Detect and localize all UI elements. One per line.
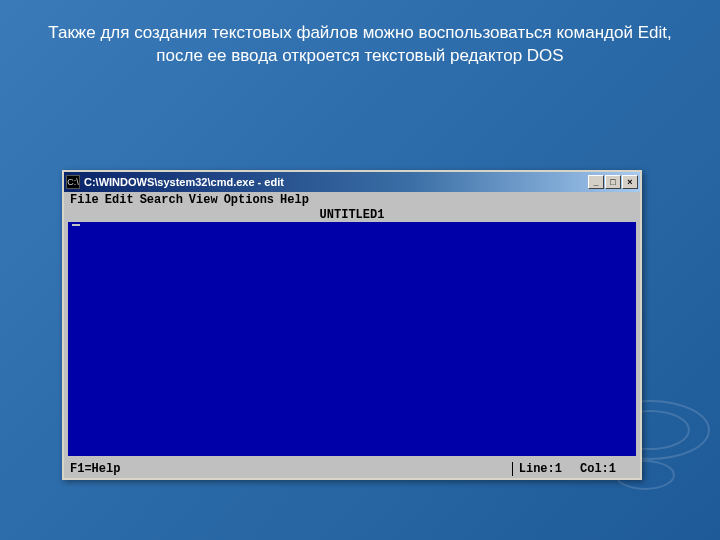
maximize-button[interactable]: □ [605, 175, 621, 189]
menu-edit[interactable]: Edit [105, 193, 134, 207]
system-menu-icon[interactable]: C:\ [66, 175, 80, 189]
document-title: UNTITLED1 [320, 208, 385, 222]
status-col: Col:1 [580, 462, 616, 476]
window-title: C:\WINDOWS\system32\cmd.exe - edit [84, 176, 588, 188]
menu-view[interactable]: View [189, 193, 218, 207]
minimize-button[interactable]: _ [588, 175, 604, 189]
status-help-hint: F1=Help [70, 462, 506, 476]
menu-file[interactable]: File [70, 193, 99, 207]
menu-search[interactable]: Search [140, 193, 183, 207]
window-controls: _ □ × [588, 175, 638, 189]
menu-help[interactable]: Help [280, 193, 309, 207]
cmd-edit-window: C:\ C:\WINDOWS\system32\cmd.exe - edit _… [62, 170, 642, 480]
close-button[interactable]: × [622, 175, 638, 189]
menu-options[interactable]: Options [224, 193, 274, 207]
editor-text-area[interactable] [64, 222, 640, 456]
status-divider [512, 462, 513, 476]
document-title-bar: UNTITLED1 [64, 208, 640, 222]
window-titlebar[interactable]: C:\ C:\WINDOWS\system32\cmd.exe - edit _… [64, 172, 640, 192]
menu-bar: File Edit Search View Options Help [64, 192, 640, 208]
text-cursor-icon [72, 224, 80, 226]
slide-caption: Также для создания текстовых файлов можн… [0, 0, 720, 68]
status-bar: F1=Help Line:1 Col:1 [64, 460, 640, 478]
status-line: Line:1 [519, 462, 562, 476]
